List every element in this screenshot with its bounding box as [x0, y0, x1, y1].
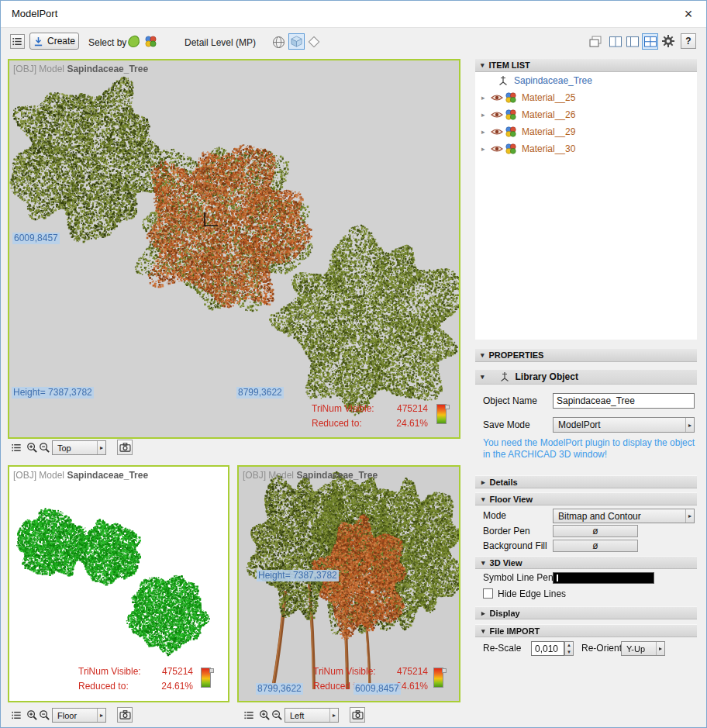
pen-tick — [557, 574, 558, 581]
spinner-up-icon[interactable]: ▲ — [565, 642, 573, 649]
hide-edge-lines-checkbox[interactable] — [483, 588, 493, 599]
zoom-out-button[interactable] — [37, 440, 51, 454]
trinum-value: 475214 — [397, 402, 428, 416]
symbol-line-pen-label: Symbol Line Pen — [483, 572, 554, 583]
section-floor-view[interactable]: ▾ Floor View — [475, 492, 697, 505]
object-name-input[interactable] — [553, 393, 695, 409]
viewport-top[interactable]: [OBJ] Model Sapindaceae_Tree 6009,8457 H… — [8, 59, 460, 439]
material-item-label: Material__25 — [522, 92, 575, 103]
menu-icon — [12, 36, 23, 47]
visibility-eye-icon[interactable] — [491, 109, 503, 121]
view-select-top[interactable]: Top ▸ — [52, 440, 106, 455]
gradient-knob[interactable] — [209, 668, 214, 673]
detail-gradient-legend[interactable] — [201, 668, 211, 688]
detail-level-diamond-button[interactable] — [307, 35, 321, 49]
snapshot-button[interactable] — [117, 440, 133, 455]
section-file-import[interactable]: ▾ File IMPORT — [475, 624, 697, 637]
symbol-line-pen-row: Symbol Line Pen — [475, 571, 697, 588]
reduced-value: 24.61% — [396, 416, 428, 431]
zoom-out-button[interactable] — [270, 708, 284, 722]
detail-gradient-legend[interactable] — [433, 668, 443, 688]
item-row-material-26[interactable]: ▸ Material__26 — [475, 106, 697, 123]
viewport-top-menu-button[interactable] — [9, 440, 23, 454]
trinum-label: TriNum Visible: — [312, 402, 374, 416]
properties-header[interactable]: ▾ PROPERTIES — [475, 349, 697, 362]
reduced-label: Reduced to: — [78, 679, 129, 694]
item-list: Sapindaceae_Tree ▸ Material__25 ▸ Materi… — [475, 72, 697, 340]
visibility-eye-icon[interactable] — [491, 91, 503, 104]
coordinate-badge: 6009,8457 — [354, 683, 401, 695]
item-row-material-29[interactable]: ▸ Material__29 — [475, 123, 697, 140]
re-scale-spinner[interactable]: ▲ ▼ — [564, 641, 574, 656]
material-spheres-icon — [505, 109, 517, 121]
expand-icon[interactable]: ▸ — [481, 128, 491, 136]
detail-level-cube-button[interactable] — [288, 33, 305, 50]
background-fill-label: Background Fill — [483, 540, 547, 551]
mode-popup[interactable]: Bitmap and Contour ▸ — [553, 509, 695, 523]
section-display[interactable]: ▸ Display — [475, 606, 697, 619]
close-button[interactable]: × — [678, 4, 698, 24]
two-pane-icon — [609, 36, 623, 48]
expand-icon[interactable]: ▸ — [481, 145, 491, 153]
snapshot-button[interactable] — [350, 707, 365, 723]
expand-icon[interactable]: ▸ — [481, 94, 491, 102]
re-orient-value: Y-Up — [626, 644, 645, 654]
help-button[interactable]: ? — [681, 33, 696, 49]
trinum-label: TriNum Visible: — [78, 664, 141, 679]
detail-level-sphere-button[interactable] — [271, 35, 285, 49]
spinner-down-icon[interactable]: ▼ — [565, 649, 573, 656]
viewport-left-menu-button[interactable] — [242, 708, 256, 722]
cascade-windows-button[interactable] — [588, 34, 602, 49]
zoom-out-button[interactable] — [37, 708, 51, 722]
collapse-icon: ▾ — [481, 61, 485, 69]
detail-gradient-legend[interactable] — [436, 404, 447, 424]
snapshot-button[interactable] — [117, 707, 133, 723]
gradient-knob[interactable] — [445, 405, 450, 409]
item-row-material-25[interactable]: ▸ Material__25 — [475, 89, 697, 106]
save-mode-popup[interactable]: ModelPort ▸ — [553, 417, 695, 433]
viewport-floor-menu-button[interactable] — [9, 708, 23, 722]
visibility-eye-icon[interactable] — [491, 143, 503, 155]
symbol-line-pen-swatch[interactable] — [553, 572, 654, 584]
view-select-floor[interactable]: Floor ▸ — [52, 708, 106, 723]
collapse-icon: ▾ — [481, 627, 485, 635]
viewport-left[interactable]: [OBJ] Model Sapindaceae_Tree Height= 738… — [237, 465, 460, 702]
popup-arrow-icon: ▸ — [685, 418, 694, 432]
item-list-header[interactable]: ▾ ITEM LIST — [475, 59, 697, 72]
save-mode-label: Save Mode — [483, 419, 530, 430]
create-button[interactable]: Create — [29, 33, 79, 50]
main-menu-button[interactable] — [10, 34, 25, 49]
side-pane-icon — [626, 36, 640, 48]
layout-side-pane-button[interactable] — [625, 34, 640, 49]
material-spheres-icon — [144, 35, 157, 48]
material-item-label: Material__30 — [522, 143, 575, 154]
viewport-floor[interactable]: [OBJ] Model Sapindaceae_Tree TriNum Visi… — [8, 465, 229, 702]
re-scale-row: Re-Scale ▲ ▼ Re-Orient Y-Up ▸ — [475, 640, 697, 657]
settings-button[interactable] — [660, 33, 676, 49]
viewport-top-canvas[interactable] — [9, 60, 459, 437]
expand-icon[interactable]: ▸ — [481, 111, 491, 119]
section-details[interactable]: ▸ Details — [475, 475, 697, 488]
re-scale-input[interactable] — [531, 641, 564, 656]
model-item-label: Sapindaceae_Tree — [514, 75, 592, 86]
object-name-label: Object Name — [483, 395, 537, 406]
re-orient-popup[interactable]: Y-Up ▸ — [621, 641, 665, 656]
item-row-material-30[interactable]: ▸ Material__30 — [475, 140, 697, 157]
gradient-knob[interactable] — [442, 668, 447, 673]
titlebar[interactable]: ModelPort × — [1, 1, 706, 28]
border-pen-button[interactable]: ø — [553, 525, 638, 537]
item-row-model[interactable]: Sapindaceae_Tree — [475, 72, 697, 89]
layout-two-pane-button[interactable] — [608, 34, 623, 49]
select-by-material-button[interactable] — [143, 34, 157, 48]
material-item-label: Material__26 — [522, 109, 575, 120]
layout-grid-button[interactable] — [642, 33, 658, 50]
select-by-element-button[interactable] — [126, 34, 140, 48]
menu-icon — [11, 709, 22, 721]
detail-level-label: Detail Level (MP) — [185, 37, 256, 48]
view-select-left[interactable]: Left ▸ — [285, 708, 339, 723]
section-3d-view[interactable]: ▾ 3D View — [475, 556, 697, 569]
visibility-eye-icon[interactable] — [491, 126, 503, 138]
background-fill-button[interactable]: ø — [553, 540, 638, 552]
view-select-value: Top — [57, 443, 71, 453]
library-object-bar[interactable]: ▾ Library Object — [475, 370, 697, 385]
